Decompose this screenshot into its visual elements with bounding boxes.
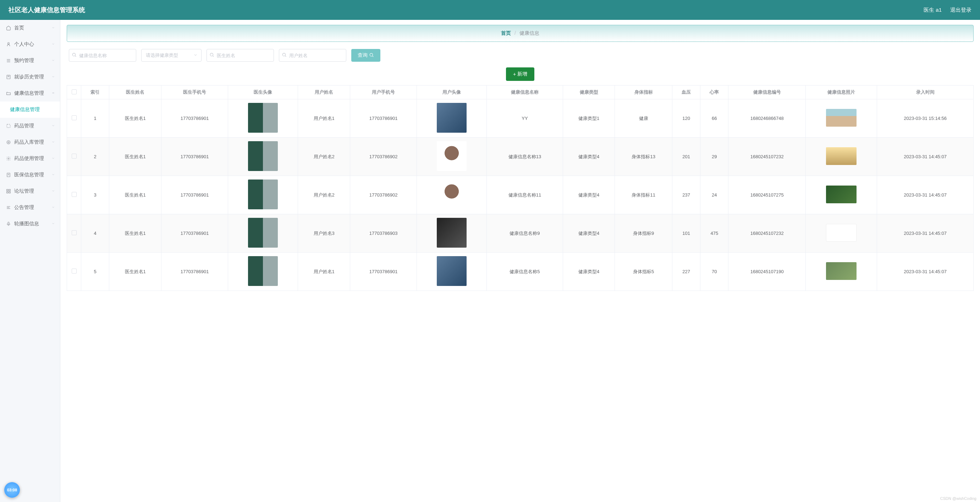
col-header-9: 身体指标 bbox=[615, 86, 672, 99]
select-all-checkbox[interactable] bbox=[72, 89, 76, 94]
query-button[interactable]: 查询 bbox=[351, 49, 380, 62]
cell-dphone: 177037869​01 bbox=[161, 99, 228, 138]
col-header-4: 用户姓名 bbox=[298, 86, 350, 99]
watermark: CSDN @wishCoding bbox=[940, 496, 977, 500]
current-user[interactable]: 医生 a1 bbox=[924, 7, 942, 13]
cell-dphone: 177037869​01 bbox=[161, 138, 228, 176]
add-button[interactable]: + 新增 bbox=[506, 67, 535, 81]
sidebar-item-label: 健康信息管理 bbox=[10, 106, 40, 113]
cell-user: 用户姓名1 bbox=[298, 99, 350, 138]
cell-bp: 101 bbox=[672, 214, 700, 253]
cell-htype: 健康类型1 bbox=[563, 99, 615, 138]
sidebar-item-0[interactable]: 首页 bbox=[0, 20, 60, 36]
search-icon bbox=[282, 52, 287, 59]
sidebar-item-5[interactable]: 健康信息管理 bbox=[0, 102, 60, 118]
sidebar-item-8[interactable]: 药品使用管理 bbox=[0, 151, 60, 167]
search-icon bbox=[369, 52, 374, 59]
svg-point-8 bbox=[7, 140, 10, 144]
svg-rect-15 bbox=[9, 189, 10, 191]
sidebar-item-9[interactable]: 医保信息管理 bbox=[0, 167, 60, 183]
cell-time: 2023-03-31 14:45:07 bbox=[877, 176, 974, 214]
scan-icon bbox=[6, 123, 11, 129]
sidebar-item-6[interactable]: 药品管理 bbox=[0, 118, 60, 134]
cell-idx: 2 bbox=[81, 138, 109, 176]
sidebar: 首页个人中心预约管理就诊历史管理健康信息管理健康信息管理药品管理药品入库管理药品… bbox=[0, 20, 60, 502]
row-checkbox[interactable] bbox=[72, 230, 76, 235]
breadcrumb-home[interactable]: 首页 bbox=[501, 30, 511, 36]
cell-doctor: 医生姓名1 bbox=[109, 138, 161, 176]
cell-htype: 健康类型4 bbox=[563, 176, 615, 214]
sidebar-item-2[interactable]: 预约管理 bbox=[0, 52, 60, 69]
cell-metric: 身体指标11 bbox=[615, 176, 672, 214]
breadcrumb-current: 健康信息 bbox=[519, 30, 539, 36]
sidebar-item-11[interactable]: 公告管理 bbox=[0, 199, 60, 216]
book-icon bbox=[6, 74, 11, 80]
cell-doctor: 医生姓名1 bbox=[109, 99, 161, 138]
type-select[interactable]: 请选择健康类型 bbox=[141, 49, 202, 62]
row-checkbox[interactable] bbox=[72, 154, 76, 159]
search-user-wrapper bbox=[279, 49, 346, 62]
doctor-avatar bbox=[248, 103, 278, 133]
cell-hname: 健康信息名称5 bbox=[487, 253, 563, 291]
cell-dphone: 177037869​01 bbox=[161, 176, 228, 214]
cell-photo bbox=[805, 253, 877, 291]
cell-hr: 475 bbox=[700, 214, 729, 253]
row-checkbox[interactable] bbox=[72, 115, 76, 120]
cell-photo bbox=[805, 214, 877, 253]
breadcrumb: 首页 / 健康信息 bbox=[67, 25, 974, 42]
sidebar-item-1[interactable]: 个人中心 bbox=[0, 36, 60, 52]
cell-uphone: 177037869​01 bbox=[350, 99, 417, 138]
health-photo bbox=[826, 147, 856, 165]
cell-davatar bbox=[228, 99, 298, 138]
home-icon bbox=[6, 25, 11, 31]
cell-hid: 1680245107190 bbox=[729, 253, 805, 291]
table-row: 4医生姓名1177037869​01用户姓名3177037869​03健康信息名… bbox=[67, 214, 974, 253]
svg-point-26 bbox=[282, 53, 285, 56]
row-checkbox[interactable] bbox=[72, 268, 76, 273]
cell-uphone: 177037869​02 bbox=[350, 176, 417, 214]
sidebar-item-12[interactable]: 轮播图信息 bbox=[0, 216, 60, 232]
search-name-input[interactable] bbox=[69, 49, 136, 62]
cell-htype: 健康类型4 bbox=[563, 253, 615, 291]
cell-doctor: 医生姓名1 bbox=[109, 214, 161, 253]
cell-uavatar bbox=[417, 214, 487, 253]
sidebar-item-3[interactable]: 就诊历史管理 bbox=[0, 69, 60, 85]
sidebar-item-7[interactable]: 药品入库管理 bbox=[0, 134, 60, 151]
cell-hr: 29 bbox=[700, 138, 729, 176]
breadcrumb-sep: / bbox=[514, 30, 516, 36]
cell-hr: 70 bbox=[700, 253, 729, 291]
chevron-down-icon bbox=[51, 75, 55, 79]
doctor-avatar bbox=[248, 218, 278, 248]
col-header-0: 索引 bbox=[81, 86, 109, 99]
sidebar-item-label: 论坛管理 bbox=[14, 188, 34, 194]
chevron-down-icon bbox=[51, 189, 55, 194]
search-doctor-input[interactable] bbox=[207, 49, 274, 62]
cell-hid: 1680245107275 bbox=[729, 176, 805, 214]
search-user-input[interactable] bbox=[279, 49, 346, 62]
sidebar-item-label: 健康信息管理 bbox=[14, 90, 44, 97]
cell-idx: 3 bbox=[81, 176, 109, 214]
cell-bp: 227 bbox=[672, 253, 700, 291]
logout-link[interactable]: 退出登录 bbox=[950, 7, 972, 13]
folder-icon bbox=[6, 91, 11, 96]
sidebar-item-label: 公告管理 bbox=[14, 204, 34, 211]
row-checkbox[interactable] bbox=[72, 192, 76, 197]
svg-rect-17 bbox=[9, 192, 10, 193]
recording-timer[interactable]: 03:08 bbox=[4, 482, 20, 498]
type-select-placeholder: 请选择健康类型 bbox=[146, 52, 178, 59]
app-title: 社区老人健康信息管理系统 bbox=[8, 6, 85, 14]
sidebar-item-10[interactable]: 论坛管理 bbox=[0, 183, 60, 199]
cell-bp: 120 bbox=[672, 99, 700, 138]
cell-metric: 身体指标9 bbox=[615, 214, 672, 253]
svg-rect-21 bbox=[8, 222, 9, 225]
sidebar-item-4[interactable]: 健康信息管理 bbox=[0, 85, 60, 102]
svg-rect-14 bbox=[7, 189, 8, 191]
col-header-11: 心率 bbox=[700, 86, 729, 99]
svg-point-22 bbox=[72, 53, 75, 56]
cell-dphone: 177037869​01 bbox=[161, 253, 228, 291]
doctor-avatar bbox=[248, 256, 278, 286]
table-row: 1医生姓名1177037869​01用户姓名1177037869​01YY健康类… bbox=[67, 99, 974, 138]
cell-bp: 201 bbox=[672, 138, 700, 176]
search-name-wrapper bbox=[69, 49, 136, 62]
health-photo bbox=[826, 224, 856, 241]
